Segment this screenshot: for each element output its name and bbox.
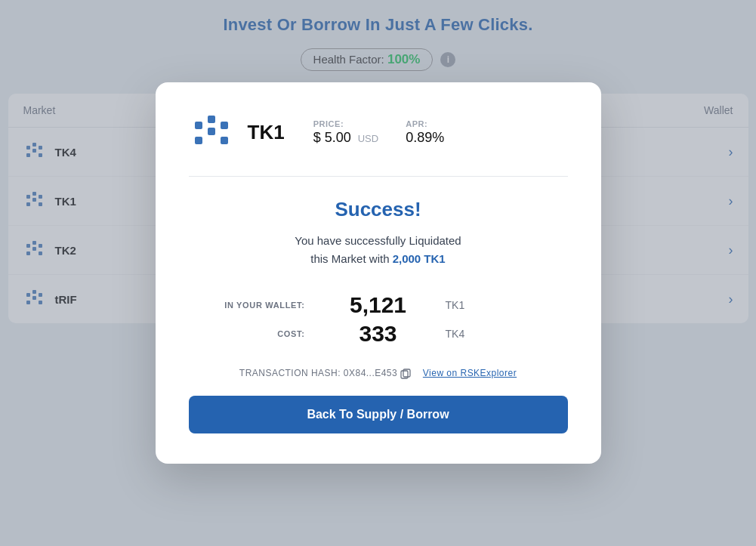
price-meta: PRICE: $ 5.00 USD — [313, 119, 379, 146]
cost-value: 333 — [320, 321, 437, 347]
svg-rect-29 — [221, 137, 228, 144]
modal-token-name: TK1 — [248, 121, 285, 144]
apr-value: 0.89% — [406, 130, 444, 146]
svg-rect-27 — [208, 128, 215, 135]
copy-icon[interactable] — [400, 369, 411, 379]
wallet-label: IN YOUR WALLET: — [204, 292, 320, 318]
rsk-explorer-link[interactable]: View on RSKExplorer — [423, 368, 517, 378]
modal-divider — [189, 176, 568, 177]
back-to-supply-borrow-button[interactable]: Back To Supply / Borrow — [189, 396, 568, 433]
svg-rect-24 — [195, 122, 202, 129]
modal-overlay: TK1 PRICE: $ 5.00 USD APR: 0.89% Success… — [0, 0, 756, 546]
modal-logo-icon — [189, 110, 234, 155]
wallet-value: 5,121 — [320, 292, 437, 318]
apr-label: APR: — [406, 119, 444, 128]
price-label: PRICE: — [313, 119, 379, 128]
price-value: $ 5.00 USD — [313, 130, 379, 146]
modal-meta: PRICE: $ 5.00 USD APR: 0.89% — [313, 119, 445, 146]
tx-hash-label: TRANSACTION HASH: 0X84...E453 — [239, 368, 397, 378]
info-grid: IN YOUR WALLET: 5,121 TK1 COST: 333 TK4 — [189, 292, 568, 347]
svg-rect-28 — [195, 137, 202, 144]
cost-label: COST: — [204, 321, 320, 347]
success-modal: TK1 PRICE: $ 5.00 USD APR: 0.89% Success… — [156, 82, 601, 464]
wallet-token: TK1 — [437, 292, 553, 318]
svg-rect-25 — [208, 116, 215, 123]
success-description: You have successfully Liquidated this Ma… — [189, 232, 568, 268]
apr-meta: APR: 0.89% — [406, 119, 444, 146]
svg-rect-26 — [221, 122, 228, 129]
modal-header: TK1 PRICE: $ 5.00 USD APR: 0.89% — [189, 110, 568, 155]
success-amount: 2,000 TK1 — [393, 252, 446, 265]
success-title: Success! — [189, 198, 568, 221]
tx-hash-row: TRANSACTION HASH: 0X84...E453 View on RS… — [189, 368, 568, 379]
cost-token: TK4 — [437, 321, 553, 347]
